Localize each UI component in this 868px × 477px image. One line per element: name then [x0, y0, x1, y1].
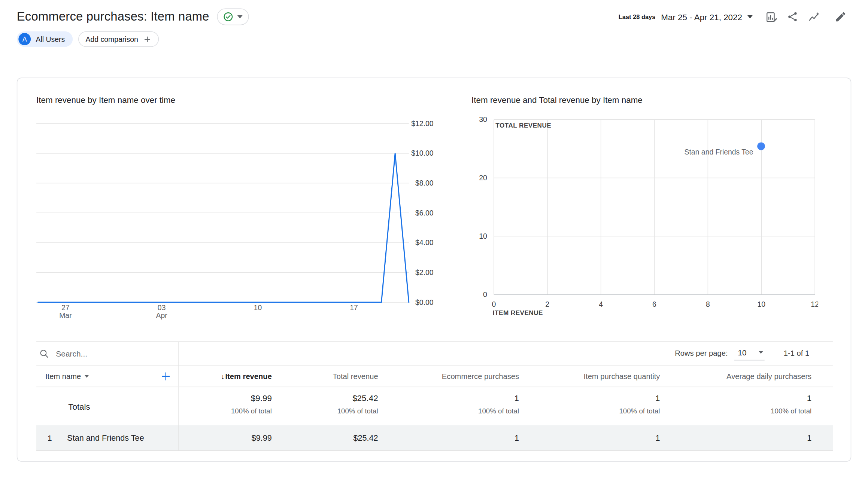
row-ecommerce-purchases: 1	[378, 433, 519, 442]
totals-ecommerce-purchases: 1 100% of total	[378, 387, 519, 425]
svg-text:0: 0	[483, 290, 487, 299]
column-header-item-name[interactable]: Item name	[36, 366, 179, 387]
svg-text:$6.00: $6.00	[415, 209, 434, 217]
rows-per-page-value: 10	[738, 348, 746, 357]
svg-text:17: 17	[350, 303, 358, 312]
table-toolbar: Rows per page: 10 1-1 of 1	[36, 342, 833, 366]
check-circle-icon	[223, 12, 233, 22]
row-item-revenue: $9.99	[179, 433, 272, 442]
ga-report-page: Ecommerce purchases: Item name Last 28 d…	[0, 0, 868, 477]
row-average-daily-purchasers: 1	[660, 433, 833, 442]
row-index: 1	[48, 433, 67, 442]
svg-text:ITEM REVENUE: ITEM REVENUE	[493, 309, 543, 317]
scatter-chart-title: Item revenue and Total revenue by Item n…	[471, 95, 818, 106]
add-comparison-chip[interactable]: Add comparison	[78, 31, 159, 47]
scatter-chart-block: Item revenue and Total revenue by Item n…	[471, 95, 818, 324]
search-icon	[38, 348, 49, 358]
date-preset-label: Last 28 days	[619, 13, 656, 20]
customize-report-button[interactable]	[761, 6, 782, 27]
edit-report-button[interactable]	[830, 6, 852, 27]
charts-row: Item revenue by Item name over time $0.0…	[17, 78, 850, 324]
line-chart-title: Item revenue by Item name over time	[36, 95, 434, 106]
line-chart: $0.00$2.00$4.00$6.00$8.00$10.00$12.0027M…	[36, 111, 434, 322]
insights-button[interactable]	[803, 6, 825, 27]
report-card: Item revenue by Item name over time $0.0…	[17, 78, 851, 462]
svg-text:4: 4	[599, 300, 603, 308]
column-header-item-revenue[interactable]: ↓Item revenue	[179, 372, 272, 380]
metric-header-label: Item revenue	[225, 372, 271, 380]
svg-text:0: 0	[492, 300, 496, 308]
chevron-down-icon	[759, 351, 764, 354]
all-users-chip[interactable]: A All Users	[17, 31, 73, 47]
svg-text:$12.00: $12.00	[411, 119, 434, 128]
svg-text:30: 30	[479, 115, 487, 123]
row-total-revenue: $25.42	[272, 433, 378, 442]
table-header-row: Item name ↓Item revenue Total revenue Ec…	[36, 366, 833, 387]
svg-text:$10.00: $10.00	[411, 149, 434, 157]
totals-row: Totals $9.99 100% of total $25.42 100% o…	[36, 387, 833, 425]
page-title: Ecommerce purchases: Item name	[17, 9, 209, 24]
metric-header-label: Ecommerce purchases	[442, 372, 519, 380]
svg-text:$8.00: $8.00	[415, 179, 434, 187]
add-comparison-label: Add comparison	[86, 35, 138, 43]
totals-average-daily-purchasers: 1 100% of total	[660, 387, 833, 425]
report-header: Ecommerce purchases: Item name Last 28 d…	[0, 0, 868, 26]
insights-icon	[807, 10, 820, 23]
all-users-label: All Users	[36, 35, 65, 43]
svg-text:27: 27	[61, 303, 70, 312]
report-status-button[interactable]	[217, 8, 249, 25]
item-name-header-label: Item name	[45, 372, 81, 380]
svg-text:03: 03	[158, 303, 166, 312]
totals-item-revenue: $9.99 100% of total	[179, 387, 272, 425]
add-column-button[interactable]	[160, 370, 172, 382]
segment-avatar: A	[18, 33, 31, 45]
chevron-down-icon	[747, 15, 753, 18]
totals-item-purchase-quantity: 1 100% of total	[519, 387, 660, 425]
scatter-chart: 0246810120102030TOTAL REVENUEITEM REVENU…	[471, 111, 818, 322]
totals-total-revenue: $25.42 100% of total	[272, 387, 378, 425]
totals-label: Totals	[36, 387, 179, 425]
share-button[interactable]	[782, 6, 803, 27]
comparison-bar: A All Users Add comparison	[0, 26, 868, 47]
svg-text:8: 8	[706, 300, 710, 308]
svg-text:Stan and Friends Tee: Stan and Friends Tee	[685, 148, 753, 156]
column-header-average-daily-purchasers[interactable]: Average daily purchasers	[660, 372, 833, 380]
row-dimension-cell: 1 Stan and Friends Tee	[36, 425, 179, 450]
metric-header-label: Total revenue	[333, 372, 378, 380]
edit-pencil-icon	[834, 10, 847, 23]
plus-icon	[160, 370, 172, 382]
rows-per-page-label: Rows per page:	[675, 349, 728, 358]
chevron-down-icon	[237, 15, 243, 18]
chevron-down-icon	[84, 374, 89, 377]
search-input[interactable]	[55, 348, 141, 358]
share-icon	[786, 10, 799, 23]
rows-per-page-select[interactable]: 10	[734, 347, 765, 360]
svg-text:12: 12	[811, 300, 818, 308]
svg-text:TOTAL REVENUE: TOTAL REVENUE	[495, 122, 551, 129]
customize-report-icon	[765, 10, 777, 23]
svg-text:6: 6	[652, 300, 656, 308]
header-actions: Last 28 days Mar 25 - Apr 21, 2022	[619, 6, 852, 27]
date-range-picker[interactable]: Mar 25 - Apr 21, 2022	[661, 12, 753, 21]
svg-text:2: 2	[545, 300, 549, 308]
table-search	[36, 342, 179, 365]
pagination-range: 1-1 of 1	[784, 349, 809, 358]
line-chart-block: Item revenue by Item name over time $0.0…	[36, 95, 434, 324]
date-range-label: Mar 25 - Apr 21, 2022	[661, 12, 742, 21]
table-row[interactable]: 1 Stan and Friends Tee $9.99 $25.42 1 1 …	[36, 425, 833, 451]
report-table: Rows per page: 10 1-1 of 1 Item name	[36, 342, 833, 451]
column-header-total-revenue[interactable]: Total revenue	[272, 372, 378, 380]
row-item-purchase-quantity: 1	[519, 433, 660, 442]
svg-text:10: 10	[254, 303, 262, 312]
plus-icon	[143, 35, 151, 43]
svg-text:Apr: Apr	[156, 311, 168, 319]
metric-header-label: Average daily purchasers	[726, 372, 811, 380]
svg-text:20: 20	[479, 174, 487, 182]
column-header-ecommerce-purchases[interactable]: Ecommerce purchases	[378, 372, 519, 380]
svg-text:10: 10	[479, 232, 487, 240]
table-pagination-controls: Rows per page: 10 1-1 of 1	[179, 342, 833, 365]
svg-text:$0.00: $0.00	[415, 298, 434, 306]
svg-text:$2.00: $2.00	[415, 268, 434, 276]
column-header-item-purchase-quantity[interactable]: Item purchase quantity	[519, 372, 660, 380]
svg-text:10: 10	[757, 300, 765, 308]
